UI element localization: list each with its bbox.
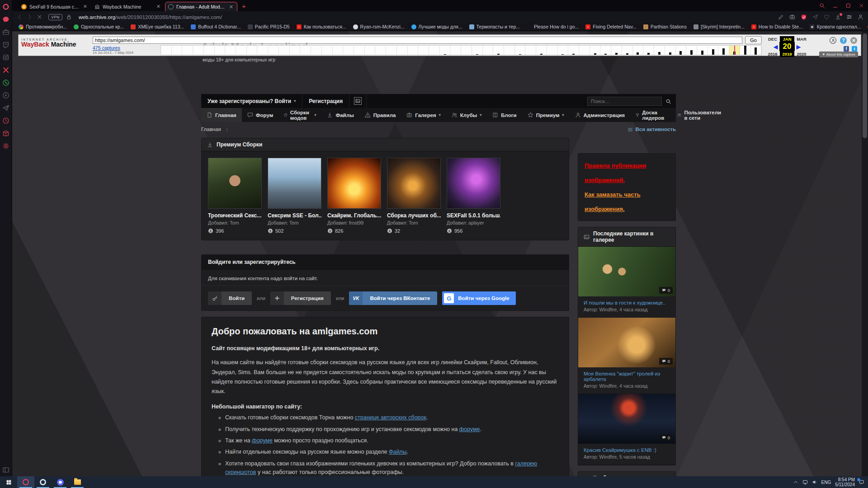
maximize-button[interactable] <box>845 3 851 9</box>
card-image[interactable] <box>327 158 381 209</box>
next-capture-arrow[interactable]: ▶ <box>795 43 802 50</box>
history-icon[interactable] <box>2 117 10 124</box>
timeline-cell[interactable] <box>579 46 590 55</box>
wayback-month-jan[interactable]: JAN <box>780 36 794 42</box>
premium-card[interactable]: Скайрим. Глобаль... Добавил: frost99 826 <box>327 158 381 234</box>
timeline-cell[interactable] <box>729 46 740 55</box>
tab-close-icon[interactable]: ✕ <box>156 4 161 9</box>
profile-icon[interactable] <box>858 14 863 20</box>
bookmark-item[interactable]: Buffout 4 Dictionar... <box>191 24 241 29</box>
about-this-capture-button[interactable]: ▼ About this capture <box>819 52 858 57</box>
share-icon[interactable] <box>778 14 784 20</box>
timeline-cell[interactable] <box>182 46 193 55</box>
telegram-icon[interactable] <box>2 104 10 112</box>
snapshot-icon[interactable] <box>789 14 795 20</box>
start-button[interactable] <box>0 476 17 488</box>
wayback-logo[interactable]: INTERNET ARCHIVE WayBack Machine <box>21 36 89 54</box>
timeline-cell[interactable] <box>708 46 719 55</box>
nav-item-галерея[interactable]: Галерея▾ <box>401 108 446 122</box>
card-image[interactable] <box>268 158 321 209</box>
timeline-cell[interactable] <box>483 46 494 55</box>
nav-item-форум[interactable]: Форум <box>242 108 278 122</box>
timeline-cell[interactable] <box>751 46 762 55</box>
bookmark-item[interactable]: Parthian Stations <box>643 24 687 29</box>
card-title[interactable]: Сексрим SSE - Бол... <box>268 212 321 219</box>
card-image[interactable] <box>447 158 500 209</box>
twitch-icon[interactable] <box>2 41 10 48</box>
instagram-icon[interactable] <box>2 53 10 61</box>
timeline-cell[interactable] <box>418 46 429 55</box>
timeline-cell[interactable] <box>333 46 344 55</box>
publication-rules-link[interactable]: Правила публикации изображений. <box>585 162 646 183</box>
downloads-icon[interactable] <box>835 14 841 20</box>
x-social-icon[interactable] <box>2 66 10 74</box>
timeline-cell[interactable] <box>643 46 654 55</box>
premium-card[interactable]: Сборка лучших об... Добавил: Torn 32 <box>387 158 441 234</box>
timeline-cell[interactable] <box>472 46 483 55</box>
timeline-cell[interactable] <box>622 46 633 55</box>
sidebar-setup-icon[interactable] <box>2 466 10 474</box>
register-button[interactable]: Регистрация <box>270 291 331 305</box>
timeline-cell[interactable] <box>193 46 204 55</box>
gallery-upload-button[interactable] <box>349 94 367 108</box>
notifications-icon[interactable] <box>859 479 864 485</box>
tab-search-icon[interactable] <box>819 3 825 9</box>
player-icon[interactable] <box>2 91 10 99</box>
settings-icon[interactable] <box>2 142 10 150</box>
nav-item-клубы[interactable]: Клубы▾ <box>446 108 487 122</box>
stop-button[interactable] <box>37 14 42 20</box>
page-scrollbar[interactable] <box>862 31 868 476</box>
taskbar-opera-gx[interactable] <box>17 476 34 488</box>
minimize-button[interactable] <box>832 3 838 9</box>
browser-tab[interactable]: Главная - Adult Mods Loca ✕ <box>165 2 237 11</box>
gallery-image[interactable]: 0 <box>578 247 675 296</box>
bookmark-item[interactable]: Односпальные кр... <box>74 24 124 29</box>
card-title[interactable]: Тропический Секс... <box>208 212 262 219</box>
nav-item-блоги[interactable]: Блоги <box>487 108 522 122</box>
timeline-cell[interactable] <box>611 46 622 55</box>
nav-item-премиум[interactable]: Премиум▾ <box>522 108 570 122</box>
timeline-cell[interactable] <box>654 46 665 55</box>
browser-tab[interactable]: Wayback Machine ✕ <box>92 2 164 11</box>
facebook-share-icon[interactable]: f <box>844 46 849 52</box>
timeline-cell[interactable] <box>268 46 279 55</box>
all-activity-link[interactable]: Вся активность <box>627 127 676 132</box>
wayback-month-dec[interactable]: DEC <box>765 36 780 42</box>
language-indicator[interactable]: ENG <box>821 480 831 485</box>
timeline-cell[interactable] <box>290 46 301 55</box>
workspace-icon[interactable] <box>2 28 10 36</box>
tab-close-icon[interactable]: ✕ <box>82 4 88 9</box>
whatsapp-icon[interactable] <box>2 79 10 86</box>
card-title[interactable]: Скайрим. Глобаль... <box>327 212 381 219</box>
tray-volume-icon[interactable] <box>812 479 817 485</box>
timeline-cell[interactable] <box>375 46 386 55</box>
site-search-input[interactable] <box>587 97 662 106</box>
timeline-cell[interactable] <box>590 46 601 55</box>
timeline-cell[interactable] <box>525 46 536 55</box>
taskbar-clock[interactable]: 8:54 PM5/11/2024 <box>835 477 855 488</box>
wayback-year-2019[interactable]: 2019 <box>780 51 794 57</box>
taskbar-steam[interactable] <box>34 476 52 488</box>
taskbar-discord[interactable] <box>52 476 69 488</box>
timeline-cell[interactable] <box>740 46 751 55</box>
bookmark-item[interactable]: Лучшие моды для... <box>411 24 462 29</box>
timeline-cell[interactable] <box>172 46 183 55</box>
adblock-shield-icon[interactable] <box>801 14 807 20</box>
timeline-cell[interactable] <box>440 46 451 55</box>
timeline-cell[interactable] <box>665 46 676 55</box>
timeline-cell[interactable] <box>247 46 258 55</box>
timeline-cell[interactable] <box>300 46 311 55</box>
wayback-year-2020[interactable]: 2020 <box>794 51 809 57</box>
timeline-cell[interactable] <box>279 46 290 55</box>
back-button[interactable] <box>17 14 23 20</box>
inline-link[interactable]: Файлы <box>389 449 407 455</box>
prev-capture-arrow[interactable]: ◀ <box>772 43 779 50</box>
timeline-cell[interactable] <box>568 46 579 55</box>
inline-link[interactable]: форуме <box>252 437 273 444</box>
login-menu[interactable]: Уже зарегистрированы? Войти▾ <box>201 94 302 108</box>
taskbar-explorer[interactable] <box>69 476 86 488</box>
nav-item-сборки-модов[interactable]: Сборки модов▾ <box>278 108 321 122</box>
inline-link[interactable]: странице авторских сборок <box>355 414 426 421</box>
close-window-button[interactable] <box>859 3 864 9</box>
premium-card[interactable]: SEXFall 5.0.1 больш... Добавил: aplayer … <box>447 158 500 234</box>
